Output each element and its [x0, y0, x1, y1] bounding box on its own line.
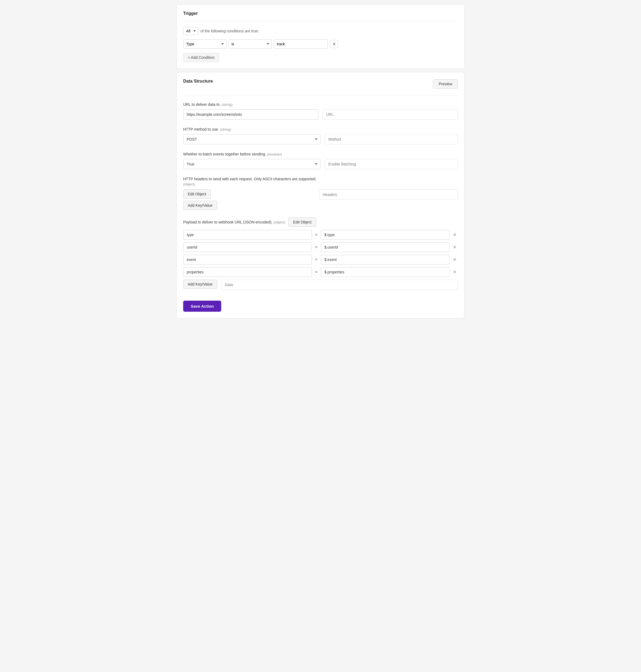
batch-select[interactable]: True False [183, 159, 320, 169]
equals-sign-properties: = [314, 270, 318, 274]
payload-kv-list: = ✕ = ✕ = ✕ = [183, 230, 458, 277]
payload-field-section: Payload to deliver to webhook URL (JSON-… [183, 217, 458, 290]
equals-sign-userid: = [314, 245, 318, 250]
kv-row-event: = ✕ [183, 255, 458, 265]
url-field-row: https://example.com/screenshots [183, 109, 458, 120]
data-structure-header: Data Structure Preview [183, 79, 458, 89]
equals-sign-event: = [314, 257, 318, 262]
payload-bottom-row: Add Key/Value [183, 280, 458, 290]
data-placeholder-input[interactable] [221, 280, 458, 290]
kv-value-event[interactable] [321, 255, 449, 265]
remove-condition-button[interactable]: ✕ [330, 40, 338, 48]
batch-field-section: Whether to batch events together before … [183, 152, 458, 169]
url-field-label: URL to deliver data to. (string) [183, 102, 458, 107]
add-kv-headers-button[interactable]: Add Key/Value [183, 201, 217, 210]
kv-key-event[interactable] [183, 255, 312, 265]
headers-btn-row: Edit Object [183, 189, 315, 199]
payload-title: Payload to deliver to webhook URL (JSON-… [183, 220, 285, 224]
add-kv-payload-button[interactable]: Add Key/Value [183, 280, 217, 289]
add-condition-label: + Add Condition [188, 55, 215, 59]
url-input[interactable]: https://example.com/screenshots [183, 109, 318, 120]
payload-header: Payload to deliver to webhook URL (JSON-… [183, 217, 458, 227]
kv-value-userid[interactable] [321, 242, 449, 252]
preview-button[interactable]: Preview [433, 79, 458, 89]
condition-operator-select[interactable]: is [229, 39, 272, 49]
kv-key-properties[interactable] [183, 267, 312, 277]
trigger-title: Trigger [183, 11, 458, 16]
trigger-section: Trigger All of the following conditions … [176, 4, 465, 69]
headers-label: HTTP headers to send with each request. … [183, 177, 458, 181]
kv-remove-type[interactable]: ✕ [452, 232, 458, 238]
add-condition-button[interactable]: + Add Condition [183, 53, 219, 62]
conditions-text: of the following conditions are true: [201, 29, 259, 33]
add-kv-headers-row: Add Key/Value [183, 201, 315, 210]
http-method-field-section: HTTP method to use. (string) POST GET PU… [183, 127, 458, 144]
kv-key-userid[interactable] [183, 242, 312, 252]
save-action-button[interactable]: Save Action [183, 301, 221, 312]
headers-placeholder-input[interactable] [319, 189, 458, 200]
kv-key-type[interactable] [183, 230, 312, 240]
http-method-label: HTTP method to use. (string) [183, 127, 458, 132]
kv-row-userid: = ✕ [183, 242, 458, 252]
kv-value-properties[interactable] [321, 267, 449, 277]
add-kv-payload-container: Add Key/Value [183, 280, 217, 289]
kv-row-properties: = ✕ [183, 267, 458, 277]
kv-row-type: = ✕ [183, 230, 458, 240]
edit-object-headers-button[interactable]: Edit Object [183, 189, 211, 199]
kv-value-type[interactable] [321, 230, 449, 240]
headers-row: Edit Object Add Key/Value [183, 189, 458, 210]
http-method-select[interactable]: POST GET PUT PATCH DELETE [183, 134, 320, 144]
method-placeholder-input[interactable] [325, 134, 458, 144]
kv-remove-event[interactable]: ✕ [452, 257, 458, 263]
data-structure-title: Data Structure [183, 79, 213, 84]
data-structure-section: Data Structure Preview URL to deliver da… [176, 72, 465, 319]
batch-field-row: True False [183, 159, 458, 169]
http-method-row: POST GET PUT PATCH DELETE [183, 134, 458, 144]
kv-remove-userid[interactable]: ✕ [452, 244, 458, 250]
edit-object-payload-button[interactable]: Edit Object [288, 217, 316, 227]
url-placeholder-input[interactable] [323, 109, 458, 120]
equals-sign-type: = [314, 232, 318, 237]
condition-row: Type is track ✕ [183, 39, 458, 49]
url-field-section: URL to deliver data to. (string) https:/… [183, 102, 458, 120]
headers-type: (object) [183, 182, 458, 186]
batch-field-label: Whether to batch events together before … [183, 152, 458, 156]
condition-type-select[interactable]: Type [183, 39, 226, 49]
headers-buttons: Edit Object Add Key/Value [183, 189, 315, 210]
kv-remove-properties[interactable]: ✕ [452, 269, 458, 275]
batch-placeholder-input[interactable] [325, 159, 458, 169]
headers-field-section: HTTP headers to send with each request. … [183, 177, 458, 210]
condition-value-input[interactable]: track [274, 39, 328, 49]
all-select[interactable]: All [183, 27, 198, 35]
